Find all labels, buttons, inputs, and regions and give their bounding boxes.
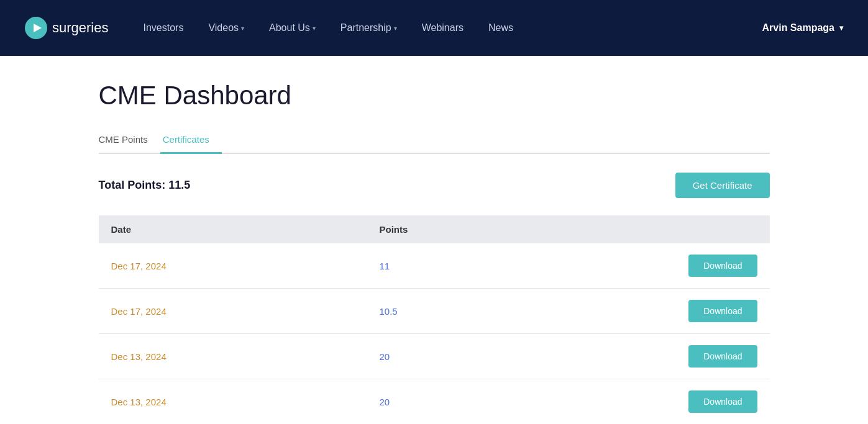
cell-points: 11 xyxy=(367,243,602,289)
user-name: Arvin Sampaga xyxy=(762,22,834,34)
table-row: Dec 17, 202411Download xyxy=(99,243,770,289)
nav-label-news: News xyxy=(488,22,513,34)
cell-points: 20 xyxy=(367,334,602,379)
cell-points: 20 xyxy=(367,379,602,425)
col-header-action xyxy=(602,215,770,243)
download-button[interactable]: Download xyxy=(688,345,757,368)
chevron-down-icon-about: ▾ xyxy=(313,25,316,32)
cell-date: Dec 13, 2024 xyxy=(99,334,367,379)
nav-item-videos[interactable]: Videos ▾ xyxy=(198,17,254,38)
nav-label-videos: Videos xyxy=(208,22,239,34)
nav-item-partnership[interactable]: Partnership ▾ xyxy=(331,17,407,38)
tab-certificates[interactable]: Certificates xyxy=(160,129,222,154)
table-row: Dec 13, 202420Download xyxy=(99,379,770,425)
cell-action: Download xyxy=(602,243,770,289)
logo-text: surgeries xyxy=(52,20,108,36)
total-points: Total Points: 11.5 xyxy=(99,179,191,192)
get-certificate-button[interactable]: Get Certificate xyxy=(675,173,770,198)
main-content: CME Dashboard CME Points Certificates To… xyxy=(62,56,807,424)
col-header-points: Points xyxy=(367,215,602,243)
cell-date: Dec 17, 2024 xyxy=(99,289,367,334)
nav-item-webinars[interactable]: Webinars xyxy=(412,17,473,38)
cell-points: 10.5 xyxy=(367,289,602,334)
chevron-down-icon-user: ▾ xyxy=(839,24,843,32)
nav-left: surgeries Investors Videos ▾ About Us ▾ … xyxy=(25,17,523,39)
nav-label-investors: Investors xyxy=(143,22,183,34)
cell-action: Download xyxy=(602,289,770,334)
chevron-down-icon-partnership: ▾ xyxy=(394,25,397,32)
nav-label-about-us: About Us xyxy=(269,22,310,34)
tab-cme-points[interactable]: CME Points xyxy=(99,129,160,154)
table-header: Date Points xyxy=(99,215,770,243)
cell-date: Dec 17, 2024 xyxy=(99,243,367,289)
download-button[interactable]: Download xyxy=(688,300,757,322)
download-button[interactable]: Download xyxy=(688,390,757,413)
tab-bar: CME Points Certificates xyxy=(99,129,770,154)
certificates-table: Date Points Dec 17, 202411DownloadDec 17… xyxy=(99,215,770,424)
col-header-date: Date xyxy=(99,215,367,243)
nav-label-webinars: Webinars xyxy=(422,22,464,34)
nav-item-investors[interactable]: Investors xyxy=(133,17,193,38)
nav-links: Investors Videos ▾ About Us ▾ Partnershi… xyxy=(133,17,523,38)
cell-date: Dec 13, 2024 xyxy=(99,379,367,425)
download-button[interactable]: Download xyxy=(688,255,757,277)
logo[interactable]: surgeries xyxy=(25,17,108,39)
user-menu[interactable]: Arvin Sampaga ▾ xyxy=(762,22,843,34)
nav-item-about-us[interactable]: About Us ▾ xyxy=(259,17,326,38)
table-row: Dec 13, 202420Download xyxy=(99,334,770,379)
main-nav: surgeries Investors Videos ▾ About Us ▾ … xyxy=(0,0,868,56)
cell-action: Download xyxy=(602,379,770,425)
points-row: Total Points: 11.5 Get Certificate xyxy=(99,173,770,198)
cell-action: Download xyxy=(602,334,770,379)
table-body: Dec 17, 202411DownloadDec 17, 202410.5Do… xyxy=(99,243,770,424)
nav-label-partnership: Partnership xyxy=(340,22,391,34)
chevron-down-icon-videos: ▾ xyxy=(241,25,244,32)
table-row: Dec 17, 202410.5Download xyxy=(99,289,770,334)
page-title: CME Dashboard xyxy=(99,81,770,111)
nav-item-news[interactable]: News xyxy=(478,17,523,38)
